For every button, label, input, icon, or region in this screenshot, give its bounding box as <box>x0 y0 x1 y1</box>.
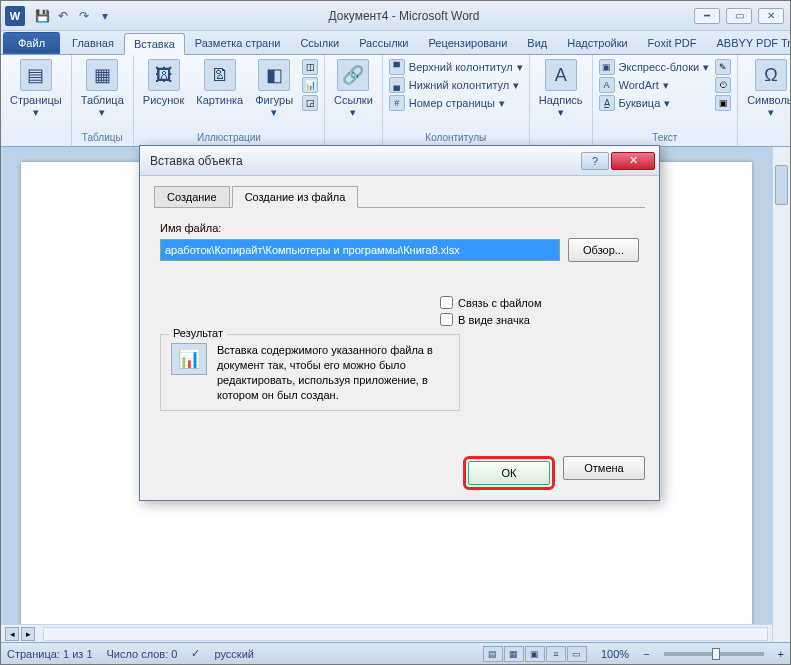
footer-label: Нижний колонтитул <box>409 79 509 91</box>
footer-button[interactable]: ▄Нижний колонтитул ▾ <box>389 77 523 93</box>
tab-insert[interactable]: Вставка <box>124 33 185 55</box>
group-label: Текст <box>597 131 734 144</box>
table-icon: ▦ <box>86 59 118 91</box>
object-icon[interactable]: ▣ <box>715 95 731 111</box>
dropdown-icon: ▾ <box>558 106 564 119</box>
group-textbox: AНадпись▾ <box>530 55 593 146</box>
prev-page-icon[interactable]: ◂ <box>5 627 19 641</box>
shapes-button[interactable]: ◧Фигуры▾ <box>250 57 298 121</box>
tab-mailings[interactable]: Рассылки <box>349 32 418 54</box>
zoom-slider[interactable] <box>664 652 764 656</box>
qat-dropdown-icon[interactable]: ▾ <box>96 7 114 25</box>
dialog-tabs: Создание Создание из файла <box>154 186 645 208</box>
result-legend: Результат <box>169 327 227 339</box>
links-label: Ссылки <box>334 94 373 106</box>
screenshot-icon[interactable]: ◲ <box>302 95 318 111</box>
maximize-button[interactable]: ▭ <box>726 8 752 24</box>
ok-button[interactable]: ОК <box>468 461 550 485</box>
quick-access-toolbar: 💾 ↶ ↷ ▾ <box>33 7 114 25</box>
wordart-button[interactable]: AWordArt ▾ <box>599 77 710 93</box>
scroll-thumb[interactable] <box>775 165 788 205</box>
header-button[interactable]: ▀Верхний колонтитул ▾ <box>389 59 523 75</box>
view-fullscreen-icon[interactable]: ▦ <box>504 646 524 662</box>
dropdown-icon: ▾ <box>271 106 277 119</box>
dropcap-button[interactable]: A̲Буквица ▾ <box>599 95 710 111</box>
icon-checkbox-row[interactable]: В виде значка <box>440 313 639 326</box>
tab-create-from-file[interactable]: Создание из файла <box>232 186 359 208</box>
group-symbols: ΩСимволы▾ <box>738 55 791 146</box>
view-draft-icon[interactable]: ▭ <box>567 646 587 662</box>
dialog-close-button[interactable]: ✕ <box>611 152 655 170</box>
zoom-out-icon[interactable]: − <box>643 648 649 660</box>
group-label: Иллюстрации <box>138 131 320 144</box>
statusbar: Страница: 1 из 1 Число слов: 0 ✓ русский… <box>1 642 790 664</box>
tab-file[interactable]: Файл <box>3 32 60 54</box>
dialog-title: Вставка объекта <box>150 154 243 168</box>
shapes-label: Фигуры <box>255 94 293 106</box>
status-words[interactable]: Число слов: 0 <box>107 648 178 660</box>
dropdown-icon: ▾ <box>33 106 39 119</box>
smartart-icon[interactable]: ◫ <box>302 59 318 75</box>
textbox-label: Надпись <box>539 94 583 106</box>
chart-icon[interactable]: 📊 <box>302 77 318 93</box>
clipart-button[interactable]: 🖻Картинка <box>191 57 248 108</box>
tab-review[interactable]: Рецензировани <box>419 32 518 54</box>
close-button[interactable]: ✕ <box>758 8 784 24</box>
undo-icon[interactable]: ↶ <box>54 7 72 25</box>
window-controls: ━ ▭ ✕ <box>694 8 784 24</box>
pagenum-button[interactable]: #Номер страницы ▾ <box>389 95 523 111</box>
symbols-button[interactable]: ΩСимволы▾ <box>742 57 791 121</box>
dropdown-icon: ▾ <box>350 106 356 119</box>
signature-icon[interactable]: ✎ <box>715 59 731 75</box>
save-icon[interactable]: 💾 <box>33 7 51 25</box>
textbox-icon: A <box>545 59 577 91</box>
titlebar: W 💾 ↶ ↷ ▾ Документ4 - Microsoft Word ━ ▭… <box>1 1 790 31</box>
tab-view[interactable]: Вид <box>517 32 557 54</box>
browse-button[interactable]: Обзор... <box>568 238 639 262</box>
view-outline-icon[interactable]: ≡ <box>546 646 566 662</box>
illustration-small-buttons: ◫ 📊 ◲ <box>300 57 320 113</box>
status-proofing-icon[interactable]: ✓ <box>191 647 200 660</box>
icon-checkbox[interactable] <box>440 313 453 326</box>
minimize-button[interactable]: ━ <box>694 8 720 24</box>
cancel-button[interactable]: Отмена <box>563 456 645 480</box>
redo-icon[interactable]: ↷ <box>75 7 93 25</box>
horizontal-scrollbar[interactable]: ◂ ▸ <box>1 624 772 642</box>
tab-references[interactable]: Ссылки <box>290 32 349 54</box>
datetime-icon[interactable]: ⏲ <box>715 77 731 93</box>
textbox-button[interactable]: AНадпись▾ <box>534 57 588 121</box>
status-page[interactable]: Страница: 1 из 1 <box>7 648 93 660</box>
tab-addins[interactable]: Надстройки <box>557 32 637 54</box>
symbols-label: Символы <box>747 94 791 106</box>
group-label: Колонтитулы <box>387 131 525 144</box>
status-lang[interactable]: русский <box>214 648 253 660</box>
dialog-titlebar[interactable]: Вставка объекта ? ✕ <box>140 146 659 176</box>
tab-foxit[interactable]: Foxit PDF <box>638 32 707 54</box>
link-checkbox-row[interactable]: Связь с файлом <box>440 296 639 309</box>
zoom-thumb[interactable] <box>712 648 720 660</box>
tab-home[interactable]: Главная <box>62 32 124 54</box>
tab-pagelayout[interactable]: Разметка страни <box>185 32 291 54</box>
vertical-scrollbar[interactable] <box>772 147 790 642</box>
view-print-icon[interactable]: ▤ <box>483 646 503 662</box>
dropdown-icon: ▾ <box>768 106 774 119</box>
links-button[interactable]: 🔗Ссылки▾ <box>329 57 378 121</box>
zoom-level[interactable]: 100% <box>601 648 629 660</box>
group-text: ▣Экспресс-блоки ▾ AWordArt ▾ A̲Буквица ▾… <box>593 55 739 146</box>
table-button[interactable]: ▦ Таблица ▾ <box>76 57 129 121</box>
tab-abbyy[interactable]: ABBYY PDF Trans <box>707 32 791 54</box>
pages-icon: ▤ <box>20 59 52 91</box>
dialog-help-button[interactable]: ? <box>581 152 609 170</box>
hscroll-track[interactable] <box>43 627 768 641</box>
group-illustrations: 🖼Рисунок 🖻Картинка ◧Фигуры▾ ◫ 📊 ◲ Иллюст… <box>134 55 325 146</box>
quickparts-button[interactable]: ▣Экспресс-блоки ▾ <box>599 59 710 75</box>
link-checkbox[interactable] <box>440 296 453 309</box>
pages-button[interactable]: ▤ Страницы ▾ <box>5 57 67 121</box>
next-page-icon[interactable]: ▸ <box>21 627 35 641</box>
tab-create-new[interactable]: Создание <box>154 186 230 208</box>
filename-input[interactable] <box>160 239 560 261</box>
picture-button[interactable]: 🖼Рисунок <box>138 57 190 108</box>
ribbon: ▤ Страницы ▾ ▦ Таблица ▾ Таблицы 🖼Рисуно… <box>1 55 790 147</box>
zoom-in-icon[interactable]: + <box>778 648 784 660</box>
view-web-icon[interactable]: ▣ <box>525 646 545 662</box>
